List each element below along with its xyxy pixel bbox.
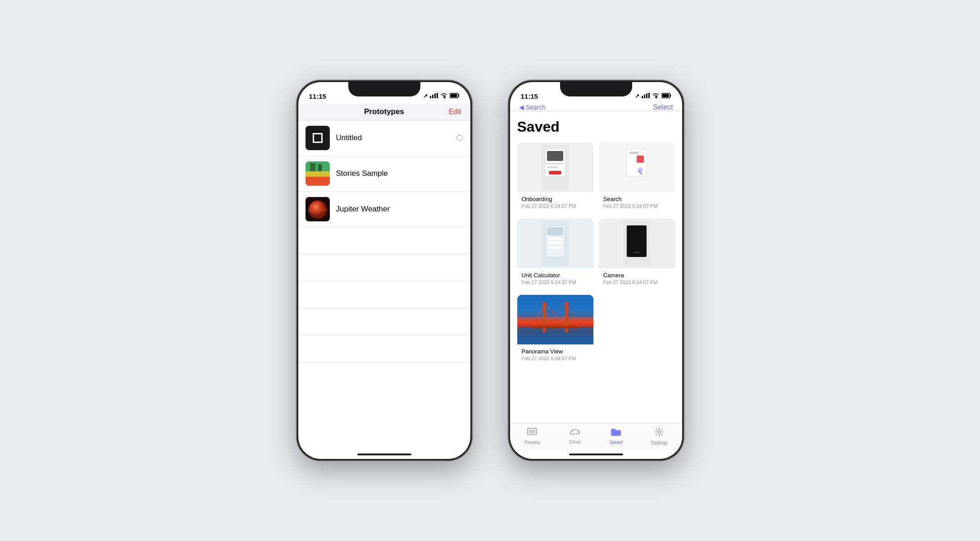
svg-rect-10	[318, 164, 322, 171]
grid-date-unit: Feb 27 2022 6:24:07 PM	[522, 280, 589, 285]
grid-info-unit: Unit Calculator Feb 27 2022 6:24:07 PM	[517, 268, 593, 289]
grid-name-onboarding: Onboarding	[522, 196, 589, 202]
grid-item-camera[interactable]: Camera Feb 27 2022 6:24:07 PM	[599, 219, 675, 289]
svg-rect-15	[644, 95, 645, 98]
phone-2: 11:15 ↗ ◀ Search Select	[508, 80, 684, 461]
svg-point-44	[639, 252, 640, 253]
label-stories: Stories Sample	[336, 169, 463, 178]
tab-label-cloud: Cloud	[569, 440, 581, 445]
tab-cloud[interactable]: Cloud	[569, 428, 581, 445]
thumb-panorama	[517, 295, 593, 344]
saved-title: Saved	[517, 119, 675, 135]
grid-date-search: Feb 27 2022 6:24:07 PM	[603, 203, 670, 209]
tab-label-preview: Preview	[524, 440, 540, 445]
svg-point-43	[634, 252, 635, 253]
grid-info-onboarding: Onboarding Feb 27 2022 6:24:07 PM	[517, 192, 593, 213]
svg-rect-9	[310, 163, 315, 171]
svg-rect-2	[434, 93, 436, 98]
svg-rect-17	[648, 93, 650, 98]
location-icon-2: ↗	[635, 93, 639, 99]
thumb-unit	[517, 219, 593, 268]
location-icon-1: ↗	[423, 93, 428, 99]
empty-row-4	[298, 308, 470, 335]
grid-name-unit: Unit Calculator	[522, 272, 589, 279]
svg-rect-24	[547, 166, 558, 168]
svg-rect-19	[662, 94, 669, 97]
svg-rect-5	[450, 94, 457, 97]
tab-label-saved: Saved	[610, 440, 622, 445]
svg-rect-46	[517, 295, 593, 317]
svg-rect-56	[529, 430, 535, 433]
grid-item-onboarding[interactable]: Onboarding Feb 27 2022 6:24:07 PM	[517, 142, 593, 213]
grid-info-camera: Camera Feb 27 2022 6:24:07 PM	[599, 268, 675, 289]
list-item-jupiter[interactable]: Jupiter Weather	[298, 192, 470, 227]
svg-rect-37	[548, 237, 562, 240]
svg-rect-14	[642, 96, 643, 98]
svg-rect-0	[430, 96, 431, 98]
home-indicator-1	[357, 454, 411, 455]
grid-row-3: Panorama View Feb 27 2022 6:24:07 PM	[517, 295, 675, 366]
edit-button[interactable]: Edit	[449, 108, 461, 116]
grid-name-panorama: Panorama View	[522, 348, 589, 355]
svg-rect-38	[548, 242, 562, 244]
signal-icon-1	[430, 93, 438, 100]
share-icon-untitled[interactable]: ⬡	[456, 133, 463, 143]
home-indicator-2	[569, 454, 623, 455]
tab-label-settings: Settings	[651, 440, 667, 445]
thumb-jupiter	[305, 197, 330, 221]
untitled-icon	[313, 133, 323, 143]
cloud-icon	[570, 428, 580, 438]
svg-rect-30	[637, 156, 644, 163]
signal-icon-2	[642, 93, 650, 100]
tab-preview[interactable]: Preview	[524, 427, 540, 445]
grid-info-search: Search Feb 27 2022 6:24:07 PM	[599, 192, 675, 213]
svg-rect-22	[547, 151, 563, 161]
settings-icon	[654, 427, 664, 439]
status-icons-1: ↗	[423, 93, 460, 100]
status-icons-2: ↗	[635, 93, 671, 100]
grid-date-onboarding: Feb 27 2022 6:24:07 PM	[522, 203, 589, 209]
label-jupiter: Jupiter Weather	[336, 205, 463, 214]
tab-settings[interactable]: Settings	[651, 427, 667, 445]
list-view: Untitled ⬡ Stories Sample	[298, 120, 470, 451]
list-item-stories[interactable]: Stories Sample	[298, 156, 470, 192]
grid-name-search: Search	[603, 196, 670, 202]
grid-info-panorama: Panorama View Feb 27 2022 6:24:07 PM	[517, 344, 593, 366]
select-button[interactable]: Select	[653, 103, 673, 111]
empty-row-1	[298, 227, 470, 254]
grid-name-camera: Camera	[603, 272, 670, 279]
svg-rect-25	[549, 171, 561, 174]
battery-icon-1	[450, 93, 460, 100]
thumb-onboarding	[517, 142, 593, 192]
thumb-stories	[305, 161, 330, 186]
svg-rect-3	[437, 93, 438, 98]
notch-1	[348, 82, 420, 96]
svg-rect-36	[547, 227, 563, 235]
grid-row-2: Unit Calculator Feb 27 2022 6:24:07 PM	[517, 219, 675, 289]
preview-icon	[527, 427, 537, 439]
back-button[interactable]: ◀ Search	[519, 104, 546, 111]
tab-bar: Preview Cloud Saved	[510, 423, 682, 451]
saved-content: Saved	[510, 111, 682, 378]
notch-2	[560, 82, 632, 96]
svg-point-42	[635, 251, 638, 254]
grid-item-panorama[interactable]: Panorama View Feb 27 2022 6:24:07 PM	[517, 295, 593, 366]
thumb-camera	[599, 219, 675, 268]
status-time-2: 11:15	[521, 92, 538, 100]
svg-rect-8	[305, 171, 330, 177]
nav-title-1: Prototypes	[364, 107, 404, 116]
svg-rect-1	[432, 95, 433, 98]
svg-point-57	[658, 431, 661, 433]
svg-rect-23	[547, 163, 563, 165]
folder-icon	[611, 427, 621, 439]
svg-rect-29	[629, 152, 638, 154]
grid-item-unit[interactable]: Unit Calculator Feb 27 2022 6:24:07 PM	[517, 219, 593, 289]
grid-date-panorama: Feb 27 2022 6:24:07 PM	[522, 356, 589, 361]
wifi-icon-2	[652, 93, 659, 100]
thumb-untitled	[305, 126, 330, 150]
battery-icon-2	[661, 93, 671, 100]
tab-saved[interactable]: Saved	[610, 427, 622, 445]
grid-item-search[interactable]: Search Feb 27 2022 6:24:07 PM	[599, 142, 675, 213]
list-item-untitled[interactable]: Untitled ⬡	[298, 120, 470, 156]
empty-row-3	[298, 281, 470, 308]
